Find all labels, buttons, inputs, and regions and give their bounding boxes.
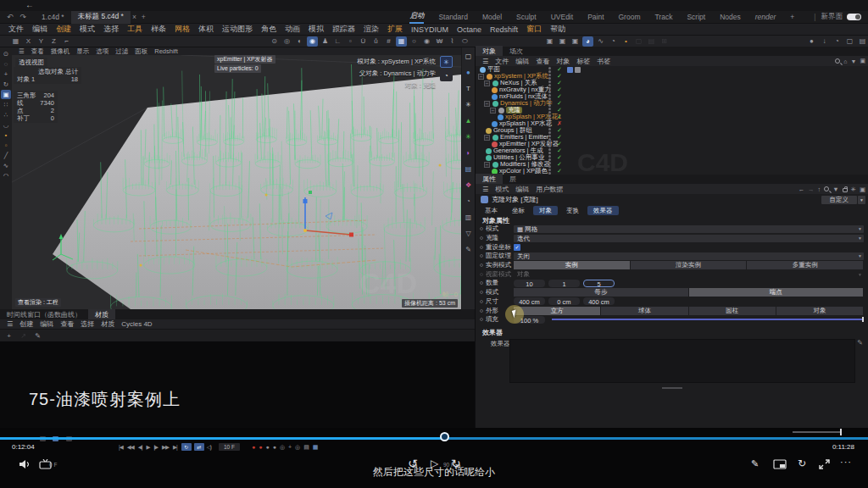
anim-dot-icon[interactable]: [480, 254, 483, 258]
attr-tab-变换[interactable]: 变换: [560, 206, 585, 215]
point-mode-icon[interactable]: ▪: [1, 130, 11, 140]
menu-运动图形[interactable]: 运动图形: [222, 24, 253, 35]
attr-tab-坐标[interactable]: 坐标: [506, 206, 531, 215]
timeline-zoom-slider[interactable]: [793, 431, 842, 433]
redo-icon[interactable]: ↷: [20, 13, 27, 21]
viewport-menu-面板[interactable]: 面板: [135, 47, 147, 56]
workspace-tab-UVEdit[interactable]: UVEdit: [551, 13, 573, 21]
menu-burger-icon[interactable]: ☰: [19, 47, 25, 55]
materials-menu-创建[interactable]: 创建: [19, 319, 33, 329]
anim-dot-icon[interactable]: [480, 291, 483, 294]
object-menu-查看[interactable]: 查看: [536, 57, 549, 66]
enabled-check-icon[interactable]: ✓: [557, 66, 562, 73]
close-tab-icon[interactable]: ×: [132, 13, 136, 21]
number-field[interactable]: 0 cm: [548, 297, 580, 305]
expander-icon[interactable]: −: [484, 80, 490, 86]
edge-mode-icon[interactable]: ▫: [1, 141, 11, 150]
materials-menu-编辑[interactable]: 编辑: [40, 319, 53, 329]
menu-帮助[interactable]: 帮助: [550, 24, 565, 35]
workspace-tab-render[interactable]: render: [755, 13, 776, 21]
object-menu-文件[interactable]: 文件: [495, 57, 509, 66]
anim-dot-icon[interactable]: [480, 236, 483, 240]
visibility-dots[interactable]: [548, 162, 551, 168]
clock-icon[interactable]: ◔: [464, 196, 474, 206]
menu-体积[interactable]: 体积: [198, 24, 214, 35]
goto-start-icon[interactable]: |◀: [119, 444, 123, 451]
live-selection-icon[interactable]: ⊙: [1, 49, 11, 58]
snap-dot-icon[interactable]: ů: [370, 36, 381, 47]
mirror-icon[interactable]: ⌇: [447, 36, 458, 47]
save-as-icon[interactable]: ▣: [557, 36, 568, 47]
menu-burger-icon[interactable]: ☰: [482, 58, 488, 65]
segment-立方[interactable]: 立方: [514, 307, 600, 315]
workplane-icon[interactable]: ▦: [10, 36, 21, 47]
lock-icon[interactable]: [843, 188, 848, 192]
box-icon[interactable]: ▢: [844, 36, 855, 47]
add-workspace-icon[interactable]: +: [790, 13, 794, 21]
filter-icon[interactable]: ▼: [850, 58, 856, 64]
scale-icon[interactable]: ▣: [1, 90, 11, 99]
snap-key-icon[interactable]: ▦: [313, 444, 319, 451]
viewport-menu-Redshift[interactable]: Redshift: [154, 47, 178, 55]
ghost-a-icon[interactable]: ▢: [633, 36, 644, 47]
view-label[interactable]: 透视视图: [15, 58, 47, 67]
menu-跟踪器[interactable]: 跟踪器: [332, 24, 355, 35]
funnel-icon[interactable]: ▽: [464, 228, 474, 238]
number-field[interactable]: 400 cm: [583, 297, 615, 305]
anim-dot-icon[interactable]: [480, 309, 483, 313]
workspace-tab-Groom[interactable]: Groom: [619, 13, 641, 21]
visibility-dots[interactable]: [548, 87, 551, 93]
tree-icon[interactable]: ▲: [464, 115, 474, 125]
ghost-c-icon[interactable]: ⊞: [659, 36, 670, 47]
play-anim-icon[interactable]: ▶: [146, 444, 149, 451]
object-manager-tab-对象[interactable]: 对象: [476, 46, 503, 56]
search-icon[interactable]: [835, 58, 840, 64]
add-tab-icon[interactable]: +: [142, 13, 146, 21]
menu-网格[interactable]: 网格: [175, 24, 190, 35]
workspace-tab-启动[interactable]: 启动: [409, 11, 424, 24]
viewport-menu-显示[interactable]: 显示: [76, 47, 89, 56]
pen-icon[interactable]: ╱: [1, 151, 11, 160]
materials-tab-材质[interactable]: 材质: [88, 309, 115, 319]
menu-选择[interactable]: 选择: [103, 24, 119, 35]
arc-icon[interactable]: ◠: [1, 171, 11, 180]
circle-icon[interactable]: ○: [409, 36, 420, 47]
enabled-check-icon[interactable]: ✓: [557, 168, 562, 175]
workspace-tab-Model[interactable]: Model: [482, 13, 502, 21]
enabled-check-icon[interactable]: ✓: [557, 86, 562, 93]
preset-dropdown[interactable]: 自定义: [821, 196, 858, 204]
snap-tool-icon[interactable]: ∴: [1, 110, 11, 119]
pick-material-icon[interactable]: ✎: [32, 330, 43, 341]
text-tool-icon[interactable]: T: [464, 83, 474, 93]
slider-handle[interactable]: [862, 317, 864, 322]
key-rot-icon[interactable]: ◎: [280, 444, 285, 451]
menu-模式[interactable]: 模式: [80, 24, 95, 35]
number-field[interactable]: 400 cm: [514, 297, 545, 305]
menu-创建[interactable]: 创建: [56, 24, 71, 35]
materials-menu-材质[interactable]: 材质: [101, 319, 114, 329]
doc-tab-0[interactable]: 1.c4d *: [35, 11, 70, 24]
save-all-icon[interactable]: ▣: [570, 36, 581, 47]
visibility-dots[interactable]: [548, 148, 551, 154]
modeling-axis-icon[interactable]: ◐: [294, 36, 305, 47]
enabled-check-icon[interactable]: ✓: [557, 73, 562, 80]
enabled-check-icon[interactable]: ✓: [557, 141, 562, 147]
down-icon[interactable]: ↓: [819, 36, 830, 47]
prev-key-icon[interactable]: ◀◀: [127, 444, 134, 451]
forward-icon[interactable]: →: [808, 186, 815, 193]
video-progress-bar[interactable]: [0, 437, 868, 440]
enabled-check-icon[interactable]: ✓: [557, 93, 562, 100]
edit-strip-icon[interactable]: ✎: [464, 244, 474, 254]
search-icon[interactable]: [824, 186, 829, 191]
effectors-list[interactable]: [509, 339, 855, 383]
workspace-tab-Script[interactable]: Script: [687, 13, 705, 21]
panel-resize-handle[interactable]: [662, 387, 682, 389]
enabled-check-icon[interactable]: ✓: [557, 161, 562, 168]
cube-primitive-icon[interactable]: ▢: [464, 51, 474, 61]
axis-z-lock[interactable]: Z: [48, 36, 59, 47]
expander-icon[interactable]: −: [484, 135, 490, 141]
anim-dot-icon[interactable]: [480, 318, 483, 321]
materials-menu-查看[interactable]: 查看: [60, 319, 74, 329]
prev-frame-icon[interactable]: ◀|: [138, 444, 142, 451]
attribute-menu-模式[interactable]: 模式: [495, 185, 509, 194]
